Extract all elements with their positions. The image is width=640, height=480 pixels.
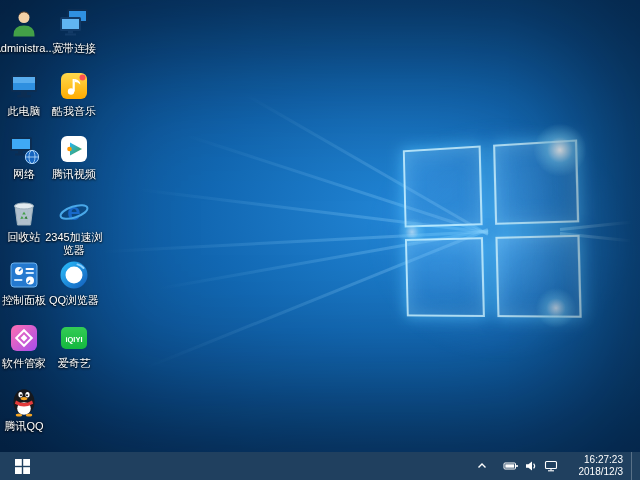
desktop-icon-tencent-video[interactable]: 腾讯视频 — [40, 132, 108, 181]
iqiyi-icon: iQIYI — [57, 321, 91, 355]
icon-label: 腾讯QQ — [0, 420, 58, 433]
recycle-bin-icon — [7, 195, 41, 229]
tencent-qq-penguin-icon — [7, 384, 41, 418]
network-icon — [7, 132, 41, 166]
software-manager-icon — [7, 321, 41, 355]
control-panel-icon — [7, 258, 41, 292]
chevron-up-icon — [476, 460, 488, 472]
clock-date: 2018/12/3 — [569, 466, 623, 478]
desktop-wallpaper: Administra... 此电脑 — [0, 0, 640, 452]
broadband-connection-icon — [57, 6, 91, 40]
battery-icon — [503, 459, 519, 473]
light-sparkle — [392, 212, 432, 252]
battery-tray-icon[interactable] — [501, 452, 521, 480]
svg-text:e: e — [67, 198, 80, 225]
kuwo-music-icon — [57, 69, 91, 103]
light-sparkle — [523, 113, 597, 187]
icon-label: 2345加速浏览器 — [40, 231, 108, 257]
administrator-user-icon — [7, 6, 41, 40]
network-tray-icon[interactable] — [541, 452, 561, 480]
icon-label: 爱奇艺 — [40, 357, 108, 370]
light-sparkle — [528, 280, 584, 336]
this-pc-icon — [7, 69, 41, 103]
network-icon — [544, 459, 558, 473]
start-button[interactable] — [0, 452, 44, 480]
taskbar: 16:27:23 2018/12/3 — [0, 452, 640, 480]
system-tray: 16:27:23 2018/12/3 — [473, 452, 640, 480]
hidden-icons-button[interactable] — [473, 452, 491, 480]
icon-label: QQ浏览器 — [40, 294, 108, 307]
volume-tray-icon[interactable] — [521, 452, 541, 480]
svg-text:iQIYI: iQIYI — [65, 335, 82, 344]
desktop-icon-iqiyi[interactable]: iQIYI 爱奇艺 — [40, 321, 108, 370]
icon-label: 酷我音乐 — [40, 105, 108, 118]
icon-label: 宽带连接 — [40, 42, 108, 55]
windows-start-icon — [15, 459, 30, 474]
desktop-icon-kuwo-music[interactable]: 酷我音乐 — [40, 69, 108, 118]
2345-browser-icon: e — [57, 195, 91, 229]
speaker-icon — [524, 459, 538, 473]
qq-browser-icon — [57, 258, 91, 292]
taskbar-clock[interactable]: 16:27:23 2018/12/3 — [563, 454, 631, 478]
clock-time: 16:27:23 — [569, 454, 623, 466]
show-desktop-button[interactable] — [631, 452, 636, 480]
desktop-icon-tencent-qq[interactable]: 腾讯QQ — [0, 384, 58, 433]
desktop-icon-qq-browser[interactable]: QQ浏览器 — [40, 258, 108, 307]
desktop-icon-broadband-connection[interactable]: 宽带连接 — [40, 6, 108, 55]
tencent-video-icon — [57, 132, 91, 166]
icon-label: 腾讯视频 — [40, 168, 108, 181]
desktop-icon-2345-browser[interactable]: e 2345加速浏览器 — [40, 195, 108, 257]
